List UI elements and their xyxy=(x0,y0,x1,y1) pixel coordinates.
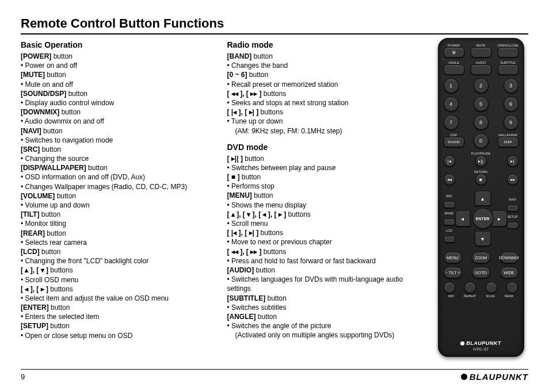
remote-btn-zoom: ZOOM xyxy=(472,252,490,263)
button-label-line: [ ◂ ], [ ▸ ] buttons xyxy=(21,285,214,294)
remote-label-repeat: REPEAT xyxy=(464,294,476,298)
remote-btn-lcd xyxy=(444,236,455,243)
remote-dpad-right: ▸ xyxy=(492,210,507,226)
button-label-line: [MUTE] button xyxy=(21,70,214,79)
button-label-line: [TILT] button xyxy=(21,210,214,219)
button-label-line: [ |◂ ], [ ▸| ] buttons xyxy=(227,228,420,237)
remote-btn-navi xyxy=(507,205,518,212)
button-label-line: [SETUP] button xyxy=(21,321,214,330)
remote-num-1: 1 xyxy=(444,78,459,93)
page-number: 9 xyxy=(21,372,25,381)
remote-btn-tilt: − TILT + xyxy=(444,267,462,278)
column-basic: Basic Operation [POWER] button• Power on… xyxy=(21,38,214,357)
remote-dpad-up: ▴ xyxy=(475,191,491,206)
button-subnote: (Activated only on multiple angles suppo… xyxy=(227,330,420,340)
button-label-line: [SUBTITLE] button xyxy=(227,294,420,303)
remote-num-5: 5 xyxy=(474,97,489,112)
remote-dpad-down: ▾ xyxy=(475,231,491,246)
button-label-line: [LCD] button xyxy=(21,247,214,256)
button-description: • Select item and adjust the value on OS… xyxy=(21,294,214,303)
remote-num-9: 9 xyxy=(504,115,518,130)
remote-btn-rew: ◂◂ xyxy=(444,174,455,185)
button-description: • Selects rear camera xyxy=(21,238,214,247)
content-columns: Basic Operation [POWER] button• Power on… xyxy=(21,38,528,357)
remote-btn-sound: SOUND xyxy=(444,137,464,147)
remote-btn-prev: |◂ xyxy=(444,155,455,167)
remote-label-rear: REAR xyxy=(505,294,513,298)
button-label-line: [POWER] button xyxy=(21,52,214,61)
remote-dpad-left: ◂ xyxy=(455,210,470,226)
remote-btn-mute xyxy=(471,47,491,57)
remote-num-6: 6 xyxy=(504,97,518,112)
remote-btn-audio xyxy=(471,64,491,75)
remote-label-band: BAND xyxy=(444,212,455,215)
remote-num-3: 3 xyxy=(504,78,518,93)
remote-btn-playpause: ▸|| xyxy=(475,155,487,167)
button-description: • Scroll menu xyxy=(227,219,420,228)
button-label-line: [ ▸|| ] button xyxy=(227,154,420,163)
button-description: • Performs stop xyxy=(227,182,420,191)
button-description: • Tune up or down xyxy=(227,117,420,126)
brand-logo: BLAUPUNKT xyxy=(461,372,528,382)
remote-btn-subtitle xyxy=(498,64,518,75)
button-description: • Switches languages for DVDs with multi… xyxy=(227,275,420,293)
button-description: • OSD information on and off (DVD, Aux) xyxy=(21,172,214,182)
remote-btn-ff: ▸▸ xyxy=(507,174,518,185)
remote-btn-src xyxy=(444,201,455,208)
page-title: Remote Control Button Functions xyxy=(21,16,528,34)
button-label-line: [REAR] button xyxy=(21,229,214,238)
remote-num-8: 8 xyxy=(474,115,489,130)
section-title-basic: Basic Operation xyxy=(21,40,214,49)
remote-btn-mix xyxy=(444,282,455,293)
button-description: • Mute on and off xyxy=(21,80,214,89)
remote-label-src: SRC xyxy=(444,194,455,198)
button-label-line: [DISP/WALLPAPER] button xyxy=(21,163,214,172)
remote-btn-repeat xyxy=(464,282,476,293)
button-description: • Switches to navigation mode xyxy=(21,136,214,145)
remote-btn-wide: WIDE xyxy=(500,267,518,278)
button-description: • Changes Wallpaper images (Radio, CD, C… xyxy=(21,182,214,191)
remote-label-open: OPEN/CLOSE xyxy=(498,44,518,47)
button-label-line: [ ▴ ], [ ▾ ], [ ◂ ], [ ▸ ] buttons xyxy=(227,210,420,219)
remote-btn-downmix: DOWNMIX xyxy=(500,252,518,263)
remote-brand: BLAUPUNKT xyxy=(460,340,501,346)
remote-btn-disp: DISP xyxy=(498,137,518,147)
remote-btn-power: ⏻ xyxy=(444,47,464,57)
button-label-line: [0 ~ 6] button xyxy=(227,70,420,79)
remote-num-0: 0 xyxy=(474,133,489,148)
remote-label-lcd: LCD xyxy=(444,229,455,232)
remote-btn-menu: MENU xyxy=(444,252,462,263)
remote-num-7: 7 xyxy=(444,115,459,130)
remote-btn-angle xyxy=(444,64,464,75)
remote-label-setup: SETUP xyxy=(507,215,518,218)
remote-btn-open xyxy=(498,47,518,57)
button-description: • Move to next or previous chapter xyxy=(227,237,420,247)
button-label-line: [ |◂ ], [ ▸| ] buttons xyxy=(227,107,420,117)
remote-label-subtitle: SUBTITLE xyxy=(498,61,518,64)
remote-label-wallpaper: WALLPAPER xyxy=(498,133,518,137)
section-title-radio: Radio mode xyxy=(227,40,420,49)
remote-dpad: ▴ ▾ ◂ ▸ ENTER xyxy=(455,191,507,246)
brand-dot-icon xyxy=(461,374,467,380)
remote-num-4: 4 xyxy=(444,97,459,112)
button-description: • Open or close setup menu on OSD xyxy=(21,331,214,340)
button-label-line: [SOUND/DSP] button xyxy=(21,89,214,98)
remote-label-navi: NAVI xyxy=(507,198,518,201)
button-description: • Switches subtitles xyxy=(227,303,420,312)
button-description: • Power on and off xyxy=(21,61,214,70)
remote-btn-stop: ■ xyxy=(475,174,487,185)
button-label-line: [ ▴ ], [ ▾ ] buttons xyxy=(21,266,214,275)
button-description: • Scroll OSD menu xyxy=(21,275,214,285)
button-label-line: [MENU] button xyxy=(227,191,420,200)
button-label-line: [DOWNMIX] button xyxy=(21,107,214,117)
button-label-line: [VOLUME] button xyxy=(21,191,214,201)
remote-model: IVRC-07 xyxy=(473,347,489,351)
button-description: • Switches between play and pause xyxy=(227,163,420,172)
remote-btn-goto: GOTO xyxy=(472,267,490,278)
button-description: • Recall preset or memorized station xyxy=(227,80,420,89)
button-description: • Seeks and stops at next strong station xyxy=(227,98,420,107)
remote-dpad-enter: ENTER xyxy=(472,208,493,229)
remote-btn-setup xyxy=(507,222,518,229)
button-label-line: [AUDIO] button xyxy=(227,266,420,275)
button-label-line: [NAVI] button xyxy=(21,126,214,136)
